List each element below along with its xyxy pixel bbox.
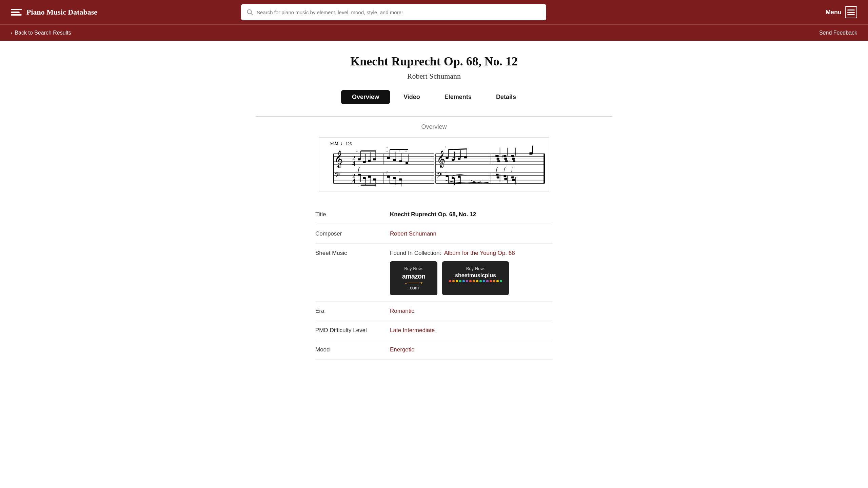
svg-text:𝄢: 𝄢 xyxy=(437,171,442,181)
piece-title: Knecht Ruprecht Op. 68, No. 12 xyxy=(256,54,612,68)
svg-rect-99 xyxy=(496,155,499,157)
amazon-logo: amazon ⌄―――⌅ .com xyxy=(402,272,425,290)
smp-dot xyxy=(496,280,499,282)
send-feedback-link[interactable]: Send Feedback xyxy=(819,30,857,36)
smp-dot xyxy=(476,280,478,282)
svg-rect-44 xyxy=(363,161,366,163)
search-input[interactable] xyxy=(257,9,541,15)
tabs: Overview Video Elements Details xyxy=(256,90,612,104)
sheet-music-image: M.M. ♩= 126 xyxy=(319,137,549,191)
menu-button[interactable]: Menu xyxy=(826,6,857,18)
svg-rect-91 xyxy=(446,175,449,177)
smp-dot xyxy=(462,280,465,282)
detail-row-mood: Mood Energetic xyxy=(315,340,553,360)
app-title: Piano Music Database xyxy=(26,8,97,17)
smp-dot xyxy=(456,280,458,282)
svg-rect-122 xyxy=(511,177,514,179)
smp-dot xyxy=(493,280,495,282)
sheetmusicplus-logo: sheetmusicplus xyxy=(449,272,502,282)
smp-text: sheetmusicplus xyxy=(455,272,496,279)
svg-text:^: ^ xyxy=(445,146,447,149)
sheet-music-svg: M.M. ♩= 126 xyxy=(319,138,549,191)
detail-label-title: Title xyxy=(315,211,376,218)
detail-label-sheet-music: Sheet Music xyxy=(315,250,376,257)
detail-row-title: Title Knecht Ruprecht Op. 68, No. 12 xyxy=(315,205,553,224)
buy-now-label-smp: Buy Now: xyxy=(466,266,485,271)
svg-rect-107 xyxy=(511,155,514,157)
svg-text:^: ^ xyxy=(399,170,400,174)
main-content: Knecht Ruprecht Op. 68, No. 12 Robert Sc… xyxy=(248,41,620,380)
svg-rect-96 xyxy=(458,176,460,178)
search-icon xyxy=(246,9,253,16)
svg-rect-88 xyxy=(464,156,467,158)
era-link[interactable]: Romantic xyxy=(390,308,414,314)
svg-text:𝄞: 𝄞 xyxy=(334,150,343,168)
svg-text:𝄞: 𝄞 xyxy=(437,150,445,168)
collection-link[interactable]: Album for the Young Op. 68 xyxy=(444,250,515,256)
tab-details[interactable]: Details xyxy=(485,90,527,104)
svg-rect-73 xyxy=(387,176,390,178)
svg-text:^: ^ xyxy=(387,150,388,153)
buy-amazon-button[interactable]: Buy Now: amazon ⌄―――⌅ .com xyxy=(390,261,437,295)
detail-label-era: Era xyxy=(315,308,376,314)
smp-dot xyxy=(459,280,461,282)
svg-rect-53 xyxy=(387,157,390,159)
tab-overview[interactable]: Overview xyxy=(341,90,390,104)
mood-link[interactable]: Energetic xyxy=(390,346,414,353)
svg-rect-76 xyxy=(393,177,396,179)
smp-dot xyxy=(469,280,472,282)
back-arrow-icon: ‹ xyxy=(11,30,13,36)
tab-video[interactable]: Video xyxy=(393,90,431,104)
svg-rect-86 xyxy=(458,158,460,160)
svg-text:M.M. ♩= 126: M.M. ♩= 126 xyxy=(330,141,352,146)
overview-section: Overview M.M. ♩= 126 xyxy=(256,116,612,360)
svg-rect-58 xyxy=(399,160,402,162)
detail-value-title: Knecht Ruprecht Op. 68, No. 12 xyxy=(390,211,476,218)
buy-now-label-amazon: Buy Now: xyxy=(404,266,423,271)
logo-icon xyxy=(11,9,22,16)
smp-dot xyxy=(449,280,451,282)
svg-text:♯: ♯ xyxy=(502,154,504,159)
detail-row-difficulty: PMD Difficulty Level Late Intermediate xyxy=(315,321,553,340)
back-to-search-label: Back to Search Results xyxy=(15,30,71,36)
svg-text:^: ^ xyxy=(356,150,358,153)
amazon-com-text: .com xyxy=(409,285,419,290)
header: Piano Music Database Menu xyxy=(0,0,868,24)
piece-composer: Robert Schumann xyxy=(256,72,612,81)
svg-rect-46 xyxy=(368,160,371,162)
svg-text:^: ^ xyxy=(399,150,400,153)
menu-icon xyxy=(845,6,857,18)
tab-elements[interactable]: Elements xyxy=(434,90,482,104)
smp-dot xyxy=(466,280,468,282)
svg-point-0 xyxy=(248,10,252,14)
buy-sheetmusicplus-button[interactable]: Buy Now: sheetmusicplus xyxy=(442,261,509,295)
detail-label-difficulty: PMD Difficulty Level xyxy=(315,327,376,334)
smp-dot xyxy=(473,280,475,282)
smp-dots xyxy=(449,280,502,282)
svg-rect-68 xyxy=(368,176,371,178)
svg-rect-94 xyxy=(452,177,454,179)
found-in-collection: Found In Collection: Album for the Young… xyxy=(390,250,515,257)
svg-text:^: ^ xyxy=(406,150,407,153)
menu-label: Menu xyxy=(826,9,842,16)
svg-rect-78 xyxy=(399,178,402,180)
svg-line-90 xyxy=(448,149,467,150)
svg-rect-116 xyxy=(496,174,499,176)
svg-text:^: ^ xyxy=(356,170,358,174)
difficulty-link[interactable]: Late Intermediate xyxy=(390,327,435,334)
sheet-music-container: M.M. ♩= 126 xyxy=(256,137,612,191)
svg-text:4: 4 xyxy=(352,178,355,184)
back-to-search-link[interactable]: ‹ Back to Search Results xyxy=(11,30,71,36)
svg-text:^: ^ xyxy=(358,185,359,188)
logo: Piano Music Database xyxy=(11,8,97,17)
detail-label-composer: Composer xyxy=(315,230,376,237)
smp-dot xyxy=(490,280,492,282)
smp-dot xyxy=(479,280,482,282)
smp-dot xyxy=(500,280,502,282)
svg-rect-84 xyxy=(452,159,454,161)
detail-row-era: Era Romantic xyxy=(315,302,553,321)
svg-line-1 xyxy=(251,14,253,15)
svg-rect-66 xyxy=(363,177,366,179)
composer-link[interactable]: Robert Schumann xyxy=(390,230,436,237)
search-bar-wrapper xyxy=(241,4,546,20)
